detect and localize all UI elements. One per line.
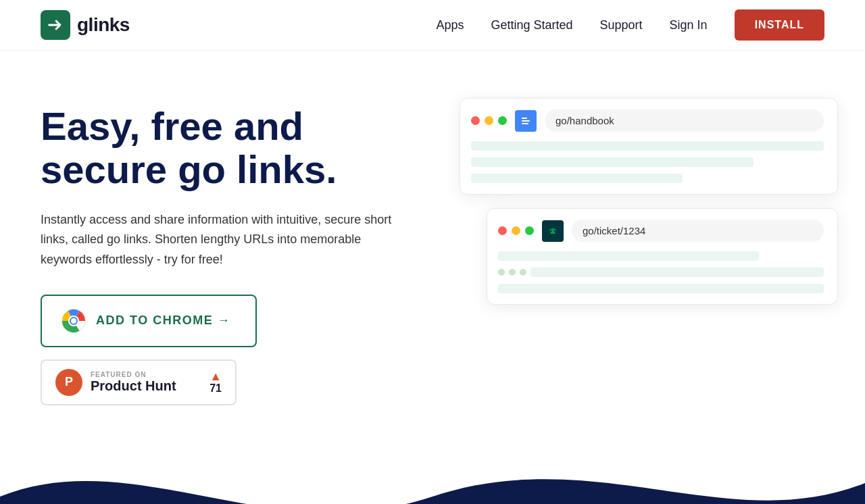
install-button[interactable]: INSTALL xyxy=(735,9,824,41)
hero-left: Easy, free and secure go links. Instantl… xyxy=(41,91,392,405)
hero-title: Easy, free and secure go links. xyxy=(41,105,392,191)
svg-rect-7 xyxy=(522,120,530,122)
svg-rect-6 xyxy=(522,118,527,119)
dot-red-2 xyxy=(498,226,507,235)
browser-mockup-2: go/ticket/1234 xyxy=(487,208,838,305)
content-lines-1 xyxy=(471,141,824,183)
product-hunt-info: FEATURED ON Product Hunt xyxy=(91,371,201,394)
upvote-icon: ▲ xyxy=(209,370,222,382)
url-bar-2: go/ticket/1234 xyxy=(572,220,824,242)
traffic-lights-2 xyxy=(498,226,534,235)
traffic-lights-1 xyxy=(471,116,507,125)
product-hunt-badge[interactable]: P FEATURED ON Product Hunt ▲ 71 xyxy=(41,359,237,405)
hero-right: go/handbook xyxy=(392,91,838,305)
url-bar-1: go/handbook xyxy=(545,109,824,132)
logo[interactable]: glinks xyxy=(41,10,130,40)
nav-links: Apps Getting Started Support Sign In INS… xyxy=(436,9,824,41)
hero-section: Easy, free and secure go links. Instantl… xyxy=(0,51,865,415)
dot-green-1 xyxy=(498,116,507,125)
dot-red-1 xyxy=(471,116,480,125)
wave-divider xyxy=(0,443,865,504)
navigation: glinks Apps Getting Started Support Sign… xyxy=(0,0,865,51)
product-hunt-name: Product Hunt xyxy=(91,378,201,394)
add-to-chrome-button[interactable]: ADD TO CHROME → xyxy=(41,295,257,347)
add-chrome-label: ADD TO CHROME → xyxy=(96,313,230,328)
browser-mockup-1: go/handbook xyxy=(460,98,838,195)
product-hunt-votes: ▲ 71 xyxy=(209,370,222,395)
dot-green-2 xyxy=(525,226,534,235)
product-hunt-logo: P xyxy=(55,369,82,396)
svg-rect-8 xyxy=(522,123,528,124)
logo-icon xyxy=(41,10,70,40)
nav-getting-started[interactable]: Getting Started xyxy=(491,18,572,32)
hero-subtitle: Instantly access and share information w… xyxy=(41,210,392,270)
content-lines-2 xyxy=(498,251,824,293)
nav-sign-in[interactable]: Sign In xyxy=(670,18,708,32)
dot-yellow-2 xyxy=(512,226,520,235)
chrome-icon xyxy=(61,308,86,334)
svg-point-4 xyxy=(71,318,76,324)
arrow-icon xyxy=(46,16,65,34)
nav-support[interactable]: Support xyxy=(600,18,643,32)
product-hunt-featured-label: FEATURED ON xyxy=(91,371,201,378)
google-docs-icon xyxy=(515,110,537,132)
logo-text: glinks xyxy=(77,14,130,36)
dot-yellow-1 xyxy=(485,116,493,125)
vote-count: 71 xyxy=(209,382,222,395)
zendesk-icon xyxy=(542,220,564,242)
nav-apps[interactable]: Apps xyxy=(436,18,464,32)
